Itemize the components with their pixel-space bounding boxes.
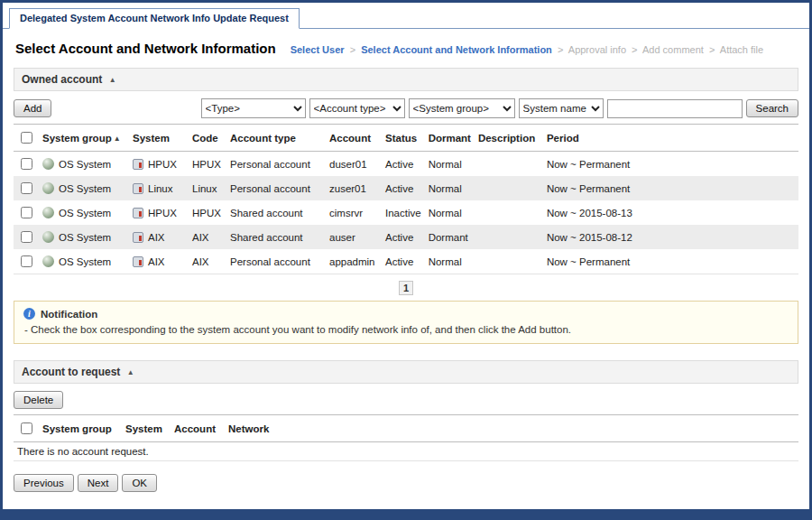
notification-title: Notification <box>41 309 97 320</box>
account-to-request-table: System group System Account Network Ther… <box>14 414 798 461</box>
code-cell: AIX <box>189 225 226 249</box>
account-type-cell: Shared account <box>226 225 326 249</box>
system-icon <box>133 208 143 218</box>
breadcrumb-separator: > <box>350 44 355 55</box>
page-title: Select Account and Network Information <box>15 41 276 56</box>
period-cell: Now ~ Permanent <box>543 249 798 274</box>
account-type-filter-select[interactable]: <Account type> <box>309 98 405 118</box>
search-button[interactable]: Search <box>746 99 798 117</box>
column-header-system-group: System group <box>39 415 122 442</box>
account-cell: cimsrvr <box>326 200 382 225</box>
tab-bar: Delegated System Account Network Info Up… <box>3 3 809 29</box>
row-checkbox[interactable] <box>21 182 32 194</box>
table-row: OS SystemLinuxLinuxPersonal accountzuser… <box>14 176 798 200</box>
system-group-cell: OS System <box>59 232 111 243</box>
empty-message: There is no account request. <box>14 442 798 461</box>
system-group-filter-select[interactable]: <System group> <box>409 98 515 118</box>
account-type-cell: Personal account <box>226 249 326 274</box>
next-button[interactable]: Next <box>78 474 119 492</box>
row-checkbox[interactable] <box>21 231 32 243</box>
breadcrumb-separator: > <box>632 44 637 55</box>
step-select-account: Select Account and Network Information <box>361 44 552 55</box>
column-header-system-group[interactable]: System group▲ <box>39 125 129 152</box>
code-cell: HPUX <box>189 200 226 225</box>
system-icon <box>133 183 143 194</box>
account-cell: duser01 <box>326 152 382 177</box>
column-header-account: Account <box>171 415 225 442</box>
system-cell: HPUX <box>148 208 177 218</box>
page-number[interactable]: 1 <box>399 281 413 295</box>
system-cell: Linux <box>148 183 173 194</box>
code-cell: Linux <box>189 176 226 200</box>
account-to-request-header-row: System group System Account Network <box>14 415 798 442</box>
owned-account-header-row: System group▲ System Code Account type A… <box>14 125 798 152</box>
step-select-user[interactable]: Select User <box>291 44 345 55</box>
account-cell: auser <box>326 225 382 249</box>
sort-asc-icon: ▲ <box>114 135 121 143</box>
select-all-checkbox[interactable] <box>21 132 32 144</box>
ok-button[interactable]: OK <box>122 474 157 492</box>
owned-account-section-header[interactable]: Owned account ▲ <box>14 68 798 91</box>
add-button[interactable]: Add <box>14 99 51 117</box>
status-cell: Active <box>382 249 425 274</box>
description-cell <box>475 200 543 225</box>
search-input[interactable] <box>607 99 743 118</box>
account-to-request-toolbar: Delete <box>14 391 798 409</box>
table-row: OS SystemHPUXHPUXPersonal accountduser01… <box>14 152 798 177</box>
status-cell: Active <box>382 176 425 200</box>
column-header-description: Description <box>475 125 543 152</box>
step-approval-info: Approval info <box>568 44 626 55</box>
breadcrumb-separator: > <box>558 44 563 55</box>
row-checkbox[interactable] <box>21 207 32 218</box>
column-header-system: System <box>129 125 189 152</box>
description-cell <box>475 225 543 249</box>
footer-buttons: Previous Next OK <box>14 474 798 492</box>
owned-account-toolbar: Add <Type> <Account type> <System group>… <box>14 98 798 118</box>
previous-button[interactable]: Previous <box>14 474 74 492</box>
dormant-cell: Normal <box>425 176 475 200</box>
pagination: 1 <box>3 281 809 295</box>
row-checkbox[interactable] <box>21 255 32 267</box>
account-to-request-section-header[interactable]: Account to request ▲ <box>14 360 798 384</box>
table-row: OS SystemHPUXHPUXShared accountcimsrvrIn… <box>14 200 798 225</box>
notification-text: - Check the box corresponding to the sys… <box>23 324 789 335</box>
column-header-network: Network <box>225 415 798 442</box>
system-group-cell: OS System <box>59 208 111 218</box>
column-header-account-type: Account type <box>226 125 326 152</box>
search-field-select[interactable]: System name <box>519 98 604 118</box>
system-group-icon <box>42 255 54 267</box>
system-icon <box>133 232 143 243</box>
account-cell: appadmin <box>326 249 382 274</box>
type-filter-select[interactable]: <Type> <box>201 98 306 118</box>
period-cell: Now ~ 2015-08-12 <box>543 225 798 249</box>
select-all-request-checkbox[interactable] <box>21 422 32 434</box>
column-header-dormant: Dormant <box>425 125 475 152</box>
system-group-icon <box>42 207 54 218</box>
account-type-cell: Shared account <box>226 200 326 225</box>
notification-title-row: i Notification <box>23 308 789 320</box>
owned-account-section-title: Owned account <box>22 73 102 86</box>
account-cell: zuser01 <box>326 176 382 200</box>
collapse-icon: ▲ <box>109 76 116 84</box>
account-type-cell: Personal account <box>226 176 326 200</box>
status-cell: Active <box>382 152 425 177</box>
row-checkbox[interactable] <box>21 158 32 170</box>
account-type-cell: Personal account <box>226 152 326 177</box>
delete-button[interactable]: Delete <box>14 391 63 409</box>
system-icon <box>133 159 143 170</box>
dormant-cell: Dormant <box>425 225 475 249</box>
column-header-system: System <box>122 415 171 442</box>
owned-account-table-body: OS SystemHPUXHPUXPersonal accountduser01… <box>14 152 798 274</box>
system-group-icon <box>42 182 54 194</box>
column-header-status: Status <box>382 125 425 152</box>
tab-label: Delegated System Account Network Info Up… <box>20 13 289 23</box>
tab-delegated-request[interactable]: Delegated System Account Network Info Up… <box>9 8 300 29</box>
breadcrumb: Select User > Select Account and Network… <box>291 44 763 55</box>
title-row: Select Account and Network Information S… <box>3 29 809 64</box>
owned-account-table: System group▲ System Code Account type A… <box>14 124 798 274</box>
status-cell: Active <box>382 225 425 249</box>
description-cell <box>475 249 543 274</box>
system-group-icon <box>42 158 54 170</box>
description-cell <box>475 176 543 200</box>
period-cell: Now ~ Permanent <box>543 176 798 200</box>
